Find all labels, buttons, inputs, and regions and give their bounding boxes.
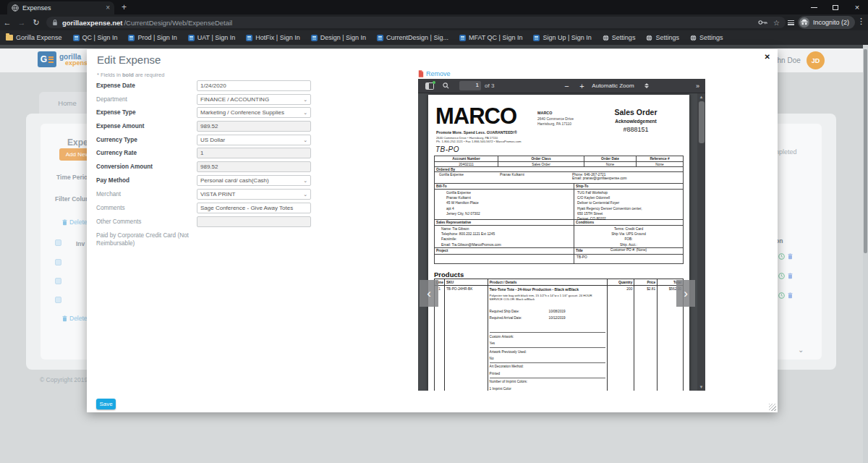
expense-date-input[interactable]: 1/24/2020 (197, 80, 311, 91)
chevron-down-icon: ⌄ (303, 137, 307, 143)
pdf-zoom-select[interactable]: Automatic Zoom (592, 82, 648, 89)
clock-icon[interactable] (778, 253, 785, 260)
clock-icon[interactable] (778, 273, 785, 279)
bookmark-star-icon[interactable]: ☆ (773, 19, 780, 27)
password-key-icon[interactable] (758, 20, 767, 25)
pdf-toolbar: 1 of 3 − + Automatic Zoom » (418, 79, 705, 93)
incognito-avatar-icon (799, 17, 809, 27)
window-minimize-button[interactable] (803, 0, 825, 14)
clock-icon[interactable] (778, 292, 785, 299)
delete-link-top[interactable]: Delete (62, 218, 88, 226)
globe-icon (690, 35, 697, 41)
browser-toolbar: ← → ↻ gorillaexpense.net/CurrentDesign/W… (0, 14, 868, 30)
currency-rate-input[interactable]: 1 (197, 148, 311, 158)
page-scrollbar-thumb[interactable] (864, 49, 867, 253)
row-checkbox[interactable] (55, 259, 61, 266)
ge-favicon-icon (128, 35, 135, 41)
screen: Expenses × + × ← → ↻ gorillaexpense.net/… (0, 0, 868, 463)
select-arrows-icon (644, 83, 649, 88)
conversion-amount-input[interactable]: 989.52 (197, 161, 311, 172)
bookmark-settings-2[interactable]: Settings (646, 34, 679, 41)
delete-link-bottom[interactable]: Delete (62, 315, 88, 322)
scroll-up-icon[interactable]: ▲ (697, 95, 705, 99)
modal-resize-handle[interactable] (769, 404, 776, 411)
incognito-profile-chip[interactable]: Incognito (2) (798, 16, 855, 29)
bookmark-design-signin[interactable]: Design | Sign In (311, 34, 366, 41)
bookmark-settings-3[interactable]: Settings (690, 34, 723, 41)
trash-icon[interactable] (788, 292, 793, 299)
pdf-scrollbar-track[interactable]: ▲ ▼ (697, 93, 705, 391)
comments-input[interactable]: Sage Conference - Give Away Totes (197, 203, 311, 213)
new-tab-button[interactable]: + (122, 3, 127, 12)
chevron-down-icon[interactable]: ⌄ (798, 346, 804, 354)
row-checkbox[interactable] (55, 239, 61, 246)
tab-close-icon[interactable]: × (106, 4, 110, 12)
bookmark-currentdesign-signin[interactable]: CurrentDesign | Sig... (377, 34, 448, 41)
bookmark-mfat-qc-signin[interactable]: MFAT QC | Sign In (459, 34, 523, 41)
row-checkbox[interactable] (55, 278, 61, 284)
field-conversion-amount: Conversion Amount 989.52 (96, 161, 400, 173)
address-bar[interactable]: gorillaexpense.net/CurrentDesign/Web/Exp… (46, 17, 786, 28)
modal-close-icon[interactable]: ✕ (765, 53, 770, 61)
marco-contact: Ph. 1-800-252-1121 • Fax 1-866-540-5672 … (436, 140, 522, 143)
globe-icon (646, 35, 652, 41)
company-address-block: MARCO2640 Commerce DriveHarrisburg, PA 1… (537, 111, 574, 127)
pdf-sidebar-toggle-button[interactable] (425, 82, 434, 90)
browser-tab[interactable]: Expenses × (7, 1, 114, 14)
field-department: Department FINANCE / ACCOUNTING⌄ (96, 94, 400, 106)
ge-favicon-icon (246, 35, 252, 41)
remove-attachment-link[interactable]: Remove (418, 70, 451, 77)
ge-favicon-icon (188, 35, 195, 41)
pdf-prev-page-button[interactable]: ‹ (420, 280, 438, 307)
po-label: TB-PO (435, 145, 459, 153)
back-button[interactable]: ← (0, 18, 14, 27)
forward-button[interactable]: → (14, 18, 29, 27)
product-row: 1 TB-PO-24HR-BK Two-Tone Tote - 24-Hour … (435, 286, 683, 391)
globe-favicon-icon (12, 4, 19, 12)
pdf-page-number-input[interactable]: 1 (459, 81, 481, 90)
row-checkbox[interactable] (55, 297, 61, 303)
window-maximize-button[interactable] (825, 0, 846, 14)
bookmark-uat-signin[interactable]: UAT | Sign In (188, 34, 236, 41)
logo-bars-icon (48, 55, 54, 64)
user-avatar[interactable]: JD (807, 51, 825, 69)
pdf-more-tools-icon[interactable]: » (696, 82, 699, 90)
department-select[interactable]: FINANCE / ACCOUNTING⌄ (197, 94, 311, 105)
other-comments-input[interactable] (197, 216, 311, 227)
marco-address: 2640 Commerce Drive • Harrisburg, PA 171… (436, 136, 498, 140)
pay-method-select[interactable]: Personal card/ cash(Cash)⌄ (197, 175, 311, 186)
modal-title: Edit Expense (97, 54, 161, 66)
bookmark-prod-signin[interactable]: Prod | Sign In (128, 34, 176, 41)
bookmarks-bar: Gorilla Expense QC | Sign In Prod | Sign… (0, 30, 868, 45)
bookmark-signup-signin[interactable]: Sign Up | Sign In (533, 34, 591, 41)
bookmark-gorilla-expense[interactable]: Gorilla Expense (6, 34, 62, 41)
trash-icon[interactable] (788, 273, 793, 279)
pdf-zoom-in-button[interactable]: + (576, 82, 587, 90)
pdf-search-icon[interactable] (443, 82, 449, 89)
bookmark-hotfix-signin[interactable]: HotFix | Sign In (246, 34, 299, 41)
pdf-next-page-button[interactable]: › (676, 280, 695, 307)
trash-icon[interactable] (788, 253, 793, 260)
save-button[interactable]: Save (96, 399, 116, 409)
row-actions (778, 292, 793, 299)
window-close-button[interactable]: × (846, 0, 868, 14)
pdf-scrollbar-thumb[interactable] (699, 101, 705, 143)
reload-button[interactable]: ↻ (29, 18, 43, 27)
merchant-select[interactable]: VISTA PRINT⌄ (197, 189, 311, 200)
browser-menu-icon[interactable]: ⋮ (857, 17, 865, 26)
scroll-down-icon[interactable]: ▼ (697, 385, 705, 389)
acknowledgement-subtitle: Acknowledgement (593, 119, 678, 124)
field-pay-method: Pay Method Personal card/ cash(Cash)⌄ (96, 175, 400, 187)
pdf-zoom-out-button[interactable]: − (561, 82, 572, 90)
field-comments: Comments Sage Conference - Give Away Tot… (96, 203, 400, 214)
window-frame: Expenses × + × (0, 0, 868, 14)
bookmark-qc-signin[interactable]: QC | Sign In (73, 34, 118, 41)
reading-list-icon[interactable] (788, 20, 794, 25)
expense-type-select[interactable]: Marketing / Conference Supplies⌄ (197, 107, 311, 118)
currency-type-select[interactable]: US Dollar⌄ (197, 135, 311, 145)
pdf-file-icon (418, 70, 424, 77)
field-expense-date: Expense Date 1/24/2020 (96, 80, 400, 92)
expense-amount-input[interactable]: 989.52 (197, 121, 311, 132)
order-title-block: Sales Order Acknowledgement #888151 (593, 108, 678, 133)
bookmark-settings-1[interactable]: Settings (603, 34, 636, 41)
